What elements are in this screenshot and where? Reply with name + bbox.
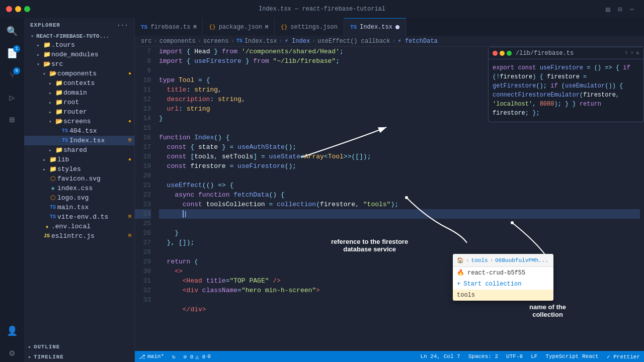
- fs-add-item[interactable]: + Start collection: [453, 279, 553, 290]
- folder-label: styles: [57, 165, 134, 173]
- formatter[interactable]: ✓ Prettier: [607, 353, 640, 360]
- outline-section[interactable]: ▸ OUTLINE: [24, 342, 134, 352]
- folder-arrow: ▾: [40, 71, 48, 77]
- folder-label: src: [51, 60, 134, 68]
- sidebar-item-components[interactable]: ▾ 📂 components ●: [24, 69, 134, 78]
- folder-label: node_modules: [51, 51, 134, 58]
- sidebar-item-favicon[interactable]: ⬡ favicon.svg: [24, 174, 134, 184]
- minimize-button[interactable]: [15, 6, 21, 12]
- file-label: Index.tsx: [69, 137, 128, 144]
- sidebar-item-styles[interactable]: ▸ 📁 styles: [24, 164, 134, 174]
- breadcrumb-fetchdata[interactable]: ⚡ fetchData: [398, 37, 438, 45]
- close-button[interactable]: [6, 6, 12, 12]
- explorer-title: EXPLORER: [30, 22, 60, 28]
- add-icon: +: [457, 281, 460, 288]
- language-label: TypeScript React: [545, 353, 599, 359]
- tab-bar: TS firebase.ts M {} package.json M {} se…: [135, 18, 644, 36]
- maximize-button[interactable]: [24, 6, 30, 12]
- folder-label: shared: [63, 146, 134, 154]
- close-icon[interactable]: ✕: [636, 49, 639, 57]
- title-bar: Index.tsx — react-firebase-tutorial ▤ ⊟ …: [0, 0, 644, 18]
- search-activity[interactable]: 🔍: [3, 22, 21, 40]
- tab-settings[interactable]: {} settings.json: [275, 18, 344, 36]
- sidebar-item-logo[interactable]: ⬡ logo.svg: [24, 193, 134, 203]
- home-icon: 🏠: [457, 257, 464, 263]
- breadcrumb-components[interactable]: components: [159, 38, 196, 45]
- sidebar-item-lib[interactable]: ▸ 📁 lib ●: [24, 155, 134, 164]
- git-badge: 9: [13, 67, 20, 74]
- branch-icon: ⎇: [139, 353, 145, 360]
- folder-icon: 📁: [54, 89, 63, 97]
- breadcrumb-src[interactable]: src: [141, 38, 152, 45]
- sync-button[interactable]: ↻: [172, 353, 176, 360]
- more-icon[interactable]: ⋯: [630, 5, 638, 13]
- extensions-activity[interactable]: ⊞: [3, 111, 21, 129]
- sidebar-item-shared[interactable]: ▸ 📁 shared: [24, 145, 134, 155]
- account-activity[interactable]: 👤: [3, 322, 21, 340]
- expand-arrow: ▾: [28, 33, 36, 39]
- sidebar-item-index-css[interactable]: ◈ index.css: [24, 184, 134, 193]
- git-branch[interactable]: ⎇ main*: [139, 353, 164, 360]
- firebase-icon: 🔥: [457, 269, 464, 277]
- breadcrumb-index-tsx[interactable]: Index.tsx: [245, 38, 277, 45]
- language-mode[interactable]: TypeScript React: [545, 353, 599, 359]
- file-label: 404.tsx: [69, 127, 134, 135]
- file-label: vite-env.d.ts: [57, 213, 128, 221]
- encoding[interactable]: UTF-8: [506, 353, 523, 359]
- tab-package[interactable]: {} package.json M: [203, 18, 275, 36]
- breadcrumb-useeffect[interactable]: useEffect() callback: [317, 38, 390, 45]
- hover-popup: /lib/firebase.ts ‹ › ✕ export const useF…: [488, 47, 644, 122]
- sidebar-item-main[interactable]: TS main.tsx: [24, 203, 134, 212]
- sidebar-item-node-modules[interactable]: ▸ 📁 node_modules: [24, 50, 134, 59]
- breadcrumb-file[interactable]: TS: [236, 38, 243, 44]
- line-ending[interactable]: LF: [531, 353, 537, 359]
- sidebar-item-contexts[interactable]: ▸ 📁 contexts: [24, 78, 134, 88]
- more-actions-icon[interactable]: ···: [117, 22, 128, 28]
- popup-close: [493, 51, 498, 56]
- run-activity[interactable]: ▷: [3, 88, 21, 107]
- tab-firebase[interactable]: TS firebase.ts M: [135, 18, 203, 36]
- json-icon: {}: [281, 24, 287, 30]
- css-file-icon: ◈: [48, 185, 57, 192]
- errors-indicator[interactable]: ⊘ 0 △ 0 0: [184, 353, 211, 360]
- modified-indicator: ●: [128, 71, 131, 76]
- sidebar-item-src[interactable]: ▾ 📂 src: [24, 59, 134, 69]
- nav-next[interactable]: ›: [630, 49, 634, 57]
- explorer-activity[interactable]: 📄 1: [3, 44, 21, 62]
- sidebar-item-router[interactable]: ▸ 📁 router: [24, 107, 134, 117]
- sidebar-item-tours[interactable]: ▸ 📁 .tours: [24, 40, 134, 50]
- folder-icon: 📁: [48, 156, 57, 163]
- tab-index[interactable]: TS Index.tsx: [344, 18, 406, 36]
- popup-traffic-lights: [493, 51, 512, 56]
- folder-icon: 📁: [48, 165, 57, 173]
- sidebar-item-404[interactable]: TS 404.tsx: [24, 126, 134, 136]
- tab-label: package.json: [219, 24, 262, 31]
- sidebar-item-root[interactable]: ▸ 📁 root: [24, 98, 134, 107]
- git-activity[interactable]: ⑂ 9: [3, 66, 21, 84]
- indentation[interactable]: Spaces: 2: [468, 353, 498, 359]
- sidebar-item-eslint[interactable]: JS eslintrc.js M: [24, 231, 134, 241]
- tab-modified: M: [265, 25, 268, 30]
- position-label: Ln 24, Col 7: [420, 353, 460, 359]
- fs-collection-item[interactable]: tools: [453, 290, 553, 301]
- breadcrumb-screens[interactable]: screens: [203, 38, 228, 45]
- file-label: .env.local: [51, 223, 134, 230]
- ts-file-icon: TS: [48, 205, 57, 210]
- encoding-label: UTF-8: [506, 353, 523, 359]
- settings-activity[interactable]: ⚙: [3, 344, 21, 362]
- cursor-position[interactable]: Ln 24, Col 7: [420, 353, 460, 359]
- svg-file-icon: ⬡: [48, 194, 57, 202]
- folder-label: domain: [63, 89, 134, 97]
- sidebar-item-env-local[interactable]: ⬧ .env.local: [24, 222, 134, 231]
- sidebar-item-index[interactable]: TS Index.tsx M: [24, 136, 134, 145]
- nav-prev[interactable]: ‹: [624, 49, 628, 57]
- folder-arrow: ▸: [40, 166, 48, 172]
- timeline-section[interactable]: ▸ TIMELINE: [24, 352, 134, 362]
- sidebar-toggle-icon[interactable]: ▤: [606, 5, 614, 13]
- sidebar-item-screens[interactable]: ▾ 📂 screens ●: [24, 117, 134, 126]
- layout-icon[interactable]: ⊟: [618, 5, 626, 13]
- sidebar-item-vite-env[interactable]: TS vite-env.d.ts M: [24, 212, 134, 222]
- project-root[interactable]: ▾ REACT-FIREBASE-TUTO...: [24, 32, 134, 40]
- breadcrumb-index-fn[interactable]: ⚡ Index: [285, 37, 310, 45]
- sidebar-item-domain[interactable]: ▸ 📁 domain: [24, 88, 134, 98]
